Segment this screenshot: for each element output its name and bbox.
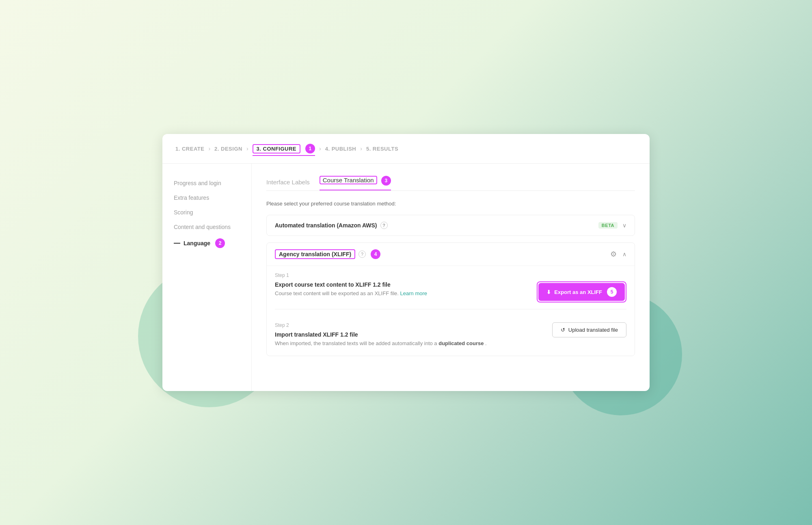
language-badge: 2 [215, 238, 225, 248]
agency-translation-badge: 4 [371, 249, 380, 259]
wizard-step-create-label: 1. CREATE [175, 146, 204, 152]
step2-desc: When imported, the translated texts will… [275, 339, 544, 348]
wizard-arrow-4: › [360, 145, 362, 152]
sidebar-item-scoring[interactable]: Scoring [162, 205, 251, 220]
agency-help-icon[interactable]: ? [358, 251, 366, 258]
export-xliff-button[interactable]: ⬇ Export as an XLIFF 5 [538, 283, 625, 301]
tabs-row: Interface Labels Course Translation 3 [266, 176, 635, 191]
automated-help-icon[interactable]: ? [380, 222, 388, 229]
sidebar-item-content[interactable]: Content and questions [162, 220, 251, 234]
agency-gear-icon[interactable]: ⚙ [610, 250, 617, 259]
wizard-arrow-3: › [319, 145, 321, 152]
step2-label: Step 2 [275, 322, 544, 328]
sidebar-item-extra[interactable]: Extra features [162, 190, 251, 205]
agency-body: Step 1 Export course text content to XLI… [267, 266, 635, 356]
automated-option-header[interactable]: Automated translation (Amazon AWS) ? BET… [267, 215, 635, 235]
step2-text: Step 2 Import translated XLIFF 1.2 file … [275, 322, 544, 348]
card-body: Progress and login Extra features Scorin… [162, 164, 650, 391]
main-content: Interface Labels Course Translation 3 Pl… [252, 164, 650, 391]
wizard-step-configure-label: 3. CONFIGURE [253, 144, 300, 153]
tab-course-translation[interactable]: Course Translation 3 [320, 176, 391, 190]
step1-row: Export course text content to XLIFF 1.2 … [275, 281, 626, 302]
agency-option-right: ⚙ ∧ [610, 250, 626, 259]
sidebar-item-language[interactable]: Language 2 [162, 234, 251, 252]
learn-more-link[interactable]: Learn more [400, 290, 427, 296]
duplicated-course-emphasis: duplicated course [438, 340, 484, 346]
agency-chevron-icon[interactable]: ∧ [622, 251, 626, 257]
language-label: Language [184, 240, 210, 246]
step2-title: Import translated XLIFF 1.2 file [275, 331, 544, 338]
translation-description: Please select your preferred course tran… [266, 201, 635, 207]
wizard-step-publish[interactable]: 4. PUBLISH [325, 143, 356, 154]
wizard-step-results-label: 5. RESULTS [366, 146, 398, 152]
export-button-badge: 5 [607, 287, 617, 297]
minus-icon [174, 243, 180, 244]
agency-translation-option: Agency translation (XLIFF) ? 4 ⚙ ∧ Step … [266, 242, 635, 356]
beta-badge: BETA [598, 222, 618, 229]
course-translation-badge: 3 [381, 176, 391, 186]
download-icon: ⬇ [546, 289, 551, 295]
main-card: 1. CREATE › 2. DESIGN › 3. CONFIGURE 1 ›… [162, 134, 650, 391]
automated-option-title: Automated translation (Amazon AWS) ? [275, 222, 388, 229]
step2-row: Step 2 Import translated XLIFF 1.2 file … [275, 316, 626, 348]
wizard-nav: 1. CREATE › 2. DESIGN › 3. CONFIGURE 1 ›… [162, 134, 650, 164]
wizard-step-design-label: 2. DESIGN [214, 146, 242, 152]
step1-label: Step 1 [275, 272, 626, 278]
wizard-arrow-1: › [208, 145, 210, 152]
wizard-step-publish-label: 4. PUBLISH [325, 146, 356, 152]
upload-translated-file-button[interactable]: ↺ Upload translated file [552, 322, 626, 337]
agency-translation-label: Agency translation (XLIFF) [275, 249, 355, 259]
wizard-step-create[interactable]: 1. CREATE [175, 143, 204, 154]
wizard-step-design[interactable]: 2. DESIGN [214, 143, 242, 154]
step-divider [275, 309, 626, 309]
wizard-step-results[interactable]: 5. RESULTS [366, 143, 398, 154]
sidebar-item-progress[interactable]: Progress and login [162, 176, 251, 190]
upload-icon: ↺ [561, 327, 565, 333]
configure-badge: 1 [305, 144, 315, 153]
page-wrapper: 1. CREATE › 2. DESIGN › 3. CONFIGURE 1 ›… [162, 134, 650, 391]
step1-text: Export course text content to XLIFF 1.2 … [275, 281, 529, 298]
step1-desc: Course text content will be exported as … [275, 290, 529, 298]
tab-interface-labels[interactable]: Interface Labels [266, 179, 310, 190]
sidebar: Progress and login Extra features Scorin… [162, 164, 252, 391]
wizard-arrow-2: › [246, 145, 248, 152]
automated-translation-option: Automated translation (Amazon AWS) ? BET… [266, 215, 635, 236]
export-button-container: ⬇ Export as an XLIFF 5 [537, 281, 626, 302]
agency-title-group: Agency translation (XLIFF) ? 4 [275, 249, 380, 259]
agency-option-header: Agency translation (XLIFF) ? 4 ⚙ ∧ [267, 243, 635, 266]
automated-chevron-icon: ∨ [622, 222, 626, 229]
automated-option-right: BETA ∨ [598, 222, 626, 229]
wizard-step-configure[interactable]: 3. CONFIGURE 1 [253, 141, 315, 156]
step1-title: Export course text content to XLIFF 1.2 … [275, 281, 529, 288]
